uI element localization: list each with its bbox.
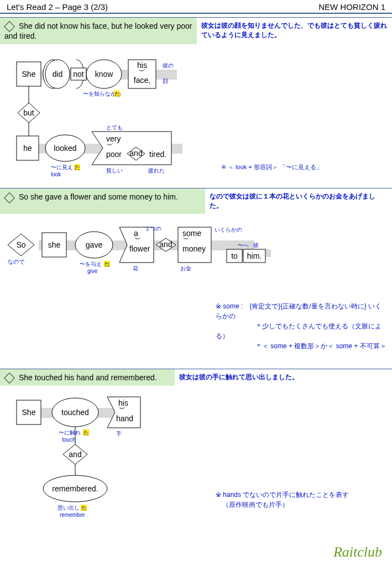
w-and2: and: [159, 240, 172, 249]
svg-text:なので: なので: [8, 259, 25, 265]
svg-text:remember: remember: [60, 512, 85, 517]
svg-text:花: 花: [133, 265, 138, 271]
sentence-2-text: So she gave a flower and some money to h…: [19, 192, 178, 201]
w-looked: looked: [54, 144, 76, 153]
header-right: NEW HORIZON 1: [318, 2, 385, 12]
diagram-2: So なので she gave 〜を与え た give a １つの ︶ flow…: [0, 214, 392, 354]
w-did: did: [53, 70, 63, 78]
w-face: face,: [134, 76, 150, 85]
w-flower: flower: [129, 244, 150, 253]
svg-text:〜に見え: 〜に見え: [51, 164, 73, 170]
diagram-1: She did not know 〜を知らなかっ た his ︶ face, 彼…: [0, 44, 392, 185]
svg-text:た: た: [81, 505, 87, 511]
svg-text:彼: 彼: [253, 242, 259, 248]
w-hand: hand: [116, 414, 133, 423]
svg-text:いくらかの: いくらかの: [215, 227, 242, 233]
section-2: So she gave a flower and some money to h…: [0, 188, 392, 354]
note-2: ※ some : {肯定文で}{正確な数/量を言わない時に} いくらかの ＊少し…: [216, 301, 386, 351]
svg-text:look: look: [51, 171, 61, 177]
w-not: not: [73, 70, 84, 78]
w-she: She: [22, 70, 36, 78]
svg-text:疲れた: 疲れた: [148, 167, 165, 174]
svg-text:touch: touch: [62, 437, 75, 443]
w-so: So: [16, 240, 25, 249]
sentence-1: She did not know his face, but he looked…: [0, 18, 197, 44]
w-and3: and: [69, 450, 81, 459]
diagram-3: She touched 〜に触れ た touch his ︶ hand 手 an…: [0, 386, 392, 513]
translation-1: 彼女は彼の顔を知りませんでした、でも彼はとても貧しく疲れているように見えました。: [197, 18, 392, 44]
svg-text:とても: とても: [106, 124, 123, 130]
diamond-icon: [4, 21, 15, 32]
svg-text:︶: ︶: [182, 234, 190, 243]
svg-text:貧しい: 貧しい: [106, 167, 123, 174]
translation-3: 彼女は彼の手に触れて思い出しました。: [175, 369, 392, 386]
header-left: Let's Read 2 – Page 3 (2/3): [7, 2, 108, 12]
svg-text:思い出し: 思い出し: [57, 505, 80, 511]
svg-text:手: 手: [116, 431, 122, 437]
w-she2: she: [48, 240, 61, 249]
w-gave: gave: [86, 240, 103, 249]
svg-text:１つの: １つの: [145, 226, 161, 232]
w-but: but: [23, 108, 34, 117]
sentence-1-text: She did not know his face, but he looked…: [4, 22, 192, 40]
sentence-2: So she gave a flower and some money to h…: [0, 188, 205, 214]
w-remembered: remembered.: [52, 484, 98, 493]
svg-text:た: た: [114, 91, 120, 97]
section-1: She did not know his face, but he looked…: [0, 17, 392, 185]
section-3: She touched his hand and remembered. 彼女は…: [0, 369, 392, 513]
sentence-3-text: She touched his hand and remembered.: [19, 373, 157, 382]
w-he: he: [23, 144, 32, 153]
note-3: ※ hands でないので片手に触れたことを表す （原作映画でも片手）: [216, 490, 386, 510]
svg-text:︶: ︶: [106, 140, 114, 149]
watermark: Raitclub: [333, 544, 382, 560]
svg-marker-22: [92, 132, 171, 165]
w-touched: touched: [61, 408, 89, 417]
svg-text:︶: ︶: [134, 234, 142, 243]
w-tired: tired.: [149, 150, 166, 159]
svg-text:〜を与え: 〜を与え: [80, 261, 102, 267]
svg-text:︶: ︶: [138, 66, 146, 75]
note-1: ※ ＜ look + 形容詞＞ 「〜に見える」: [221, 164, 322, 170]
svg-text:た: た: [75, 164, 80, 170]
diamond-icon: [4, 192, 15, 203]
svg-text:彼の: 彼の: [163, 62, 174, 69]
diamond-icon: [4, 373, 15, 384]
svg-text:た: た: [83, 429, 89, 436]
w-money: money: [182, 244, 206, 253]
svg-text:た: た: [104, 261, 110, 267]
svg-text:顔: 顔: [163, 78, 168, 84]
svg-text:give: give: [87, 268, 98, 274]
svg-text:お金: お金: [180, 265, 191, 271]
svg-text:〜へ: 〜へ: [238, 242, 249, 248]
w-and-1: and: [129, 149, 142, 158]
svg-text:︶: ︶: [118, 404, 126, 413]
svg-text:〜に触れ: 〜に触れ: [59, 429, 81, 436]
w-to: to: [231, 251, 238, 260]
translation-2: なので彼女は彼に１本の花といくらかのお金をあげました。: [205, 188, 392, 214]
w-poor: poor: [106, 150, 122, 159]
w-know: know: [95, 70, 114, 78]
sentence-3: She touched his hand and remembered.: [0, 369, 175, 386]
page-header: Let's Read 2 – Page 3 (2/3) NEW HORIZON …: [0, 0, 392, 14]
w-him: him.: [247, 251, 262, 260]
w-she3: She: [22, 408, 36, 417]
